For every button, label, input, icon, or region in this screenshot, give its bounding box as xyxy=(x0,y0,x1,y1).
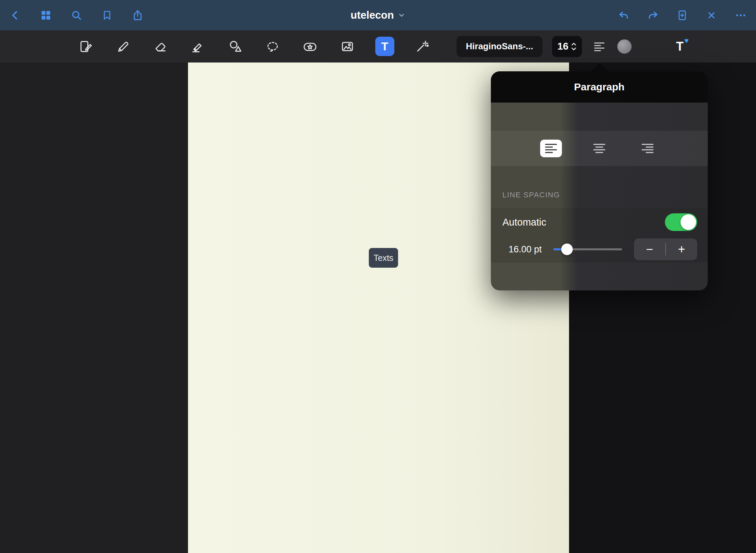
align-left-button[interactable] xyxy=(540,140,562,157)
document-title: utelecon xyxy=(350,9,394,21)
text-tool-button[interactable]: T xyxy=(375,37,394,56)
add-page-button[interactable] xyxy=(676,9,689,22)
document-title-button[interactable]: utelecon xyxy=(350,9,405,21)
text-style-favorites-button[interactable]: T ♥ xyxy=(670,37,689,56)
redo-icon xyxy=(647,9,659,21)
line-spacing-section: LINE SPACING xyxy=(491,166,708,208)
grid-icon xyxy=(40,10,52,21)
toolbar: T HiraginoSans-... 16 T ♥ xyxy=(0,30,756,63)
text-tool-glyph: T xyxy=(381,40,389,53)
spacing-row: 16.00 pt − + xyxy=(491,236,708,263)
edit-mode-tool-button[interactable] xyxy=(76,37,95,56)
lasso-icon xyxy=(265,39,280,54)
nav-right-group xyxy=(617,9,747,22)
more-button[interactable] xyxy=(734,9,747,22)
popover-title: Paragraph xyxy=(491,71,708,103)
spacing-slider[interactable] xyxy=(553,244,622,255)
undo-icon xyxy=(618,9,630,21)
highlighter-tool-button[interactable] xyxy=(188,37,207,56)
font-family-label: HiraginoSans-... xyxy=(466,41,533,51)
back-chevron-icon xyxy=(10,10,21,21)
chevron-up-down-icon xyxy=(571,42,577,51)
font-family-button[interactable]: HiraginoSans-... xyxy=(457,36,543,57)
lasso-tool-button[interactable] xyxy=(263,37,282,56)
sticker-star-icon xyxy=(302,39,318,54)
image-tool-button[interactable] xyxy=(338,37,357,56)
laser-pointer-icon xyxy=(415,39,430,54)
popover-arrow xyxy=(590,63,609,72)
highlighter-icon xyxy=(190,39,205,54)
popover-bottom-band xyxy=(491,263,708,290)
paragraph-align-icon xyxy=(594,41,605,52)
text-object[interactable]: Texts xyxy=(369,248,398,268)
pen-tool-button[interactable] xyxy=(114,37,133,56)
font-size-stepper[interactable]: 16 xyxy=(552,36,582,57)
favorites-text-glyph: T xyxy=(676,39,684,53)
redo-button[interactable] xyxy=(647,9,659,22)
align-left-icon xyxy=(545,143,557,154)
decrease-spacing-button[interactable]: − xyxy=(634,238,665,260)
heart-icon: ♥ xyxy=(684,36,689,45)
popover-blur-band xyxy=(491,103,708,131)
text-tool-icon: T xyxy=(375,37,394,56)
pen-icon xyxy=(116,39,131,54)
bookmark-button[interactable] xyxy=(101,9,114,22)
align-center-button[interactable] xyxy=(588,140,610,157)
close-button[interactable] xyxy=(705,9,718,22)
elements-tool-button[interactable] xyxy=(300,37,320,56)
nav-left-group xyxy=(9,9,144,22)
eraser-icon xyxy=(153,39,168,54)
eraser-tool-button[interactable] xyxy=(151,37,170,56)
font-size-value: 16 xyxy=(557,41,568,52)
shapes-icon xyxy=(228,39,243,54)
automatic-label: Automatic xyxy=(502,217,546,228)
share-icon xyxy=(132,10,143,21)
thumbnails-button[interactable] xyxy=(39,9,52,22)
add-page-icon xyxy=(676,10,688,21)
spacing-stepper: − + xyxy=(634,238,697,260)
spacing-value: 16.00 pt xyxy=(509,244,553,255)
app: utelecon xyxy=(0,0,756,553)
share-button[interactable] xyxy=(131,9,144,22)
nav-bar: utelecon xyxy=(0,0,756,30)
back-button[interactable] xyxy=(9,9,22,22)
shapes-tool-button[interactable] xyxy=(226,37,245,56)
paragraph-popover: Paragraph LINE SPACING Automatic 16.00 p… xyxy=(491,71,708,290)
alignment-row xyxy=(491,131,708,166)
text-color-swatch[interactable] xyxy=(617,39,632,54)
automatic-toggle[interactable] xyxy=(665,213,697,231)
more-icon xyxy=(735,10,746,21)
search-icon xyxy=(71,10,82,21)
image-icon xyxy=(340,39,355,54)
bookmark-icon xyxy=(102,10,113,21)
search-button[interactable] xyxy=(70,9,83,22)
chevron-down-icon xyxy=(398,12,406,19)
align-center-icon xyxy=(593,143,605,154)
automatic-row: Automatic xyxy=(491,208,708,236)
toggle-knob xyxy=(681,214,696,230)
laser-pointer-tool-button[interactable] xyxy=(413,37,432,56)
undo-button[interactable] xyxy=(617,9,630,22)
align-right-button[interactable] xyxy=(637,140,658,157)
close-icon xyxy=(706,10,717,21)
paragraph-options-button[interactable] xyxy=(590,37,609,56)
increase-spacing-button[interactable]: + xyxy=(666,238,697,260)
slider-thumb[interactable] xyxy=(561,244,573,255)
align-right-icon xyxy=(641,143,654,154)
edit-mode-icon xyxy=(78,39,93,54)
line-spacing-heading: LINE SPACING xyxy=(502,191,560,199)
